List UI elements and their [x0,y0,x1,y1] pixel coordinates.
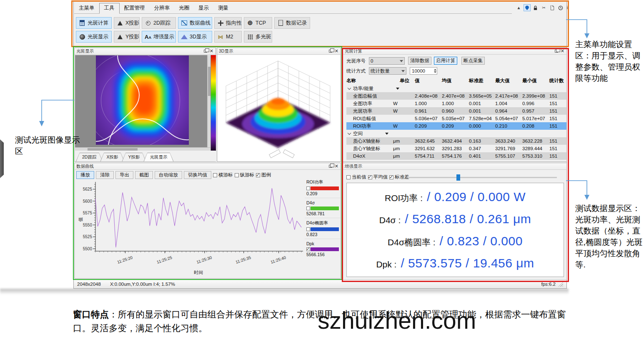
pin-icon[interactable] [524,4,531,11]
series-checkbox[interactable] [306,227,310,231]
time-series-chart[interactable]: 值 时间 55005525555055755600562511:25:2011:… [76,180,304,278]
spot-calc-panel: 光斑计算 ✕ 光斑序号 0 清除数据 启用计算 断点采集 统计方式 统计数量 1… [343,48,567,162]
projection-y-icon [117,33,123,40]
x-projection-button[interactable]: X投影 [114,17,140,29]
snapshot-button[interactable]: 截图 [135,171,153,179]
menu-item-display[interactable]: 显示 [194,3,213,13]
pointing-button[interactable]: 指向性 [214,17,242,29]
data-curve-title: 数据曲线 [76,164,94,169]
document-icon[interactable] [549,4,556,11]
clear-data-button[interactable]: 清除数据 [408,57,431,65]
spot-calc-button[interactable]: 光斑计算 [76,17,112,29]
table-row[interactable]: D4σXμm5754.7115754.1760.4015755.1075753.… [346,152,566,160]
tab-spot-display[interactable]: 光斑显示 [143,153,173,161]
svg-text:5550: 5550 [83,223,93,227]
float-panel-icon[interactable] [329,50,332,53]
series-checkbox[interactable] [306,207,310,210]
close-icon[interactable]: ✕ [335,164,338,169]
display-3d-button[interactable]: 3D显示 [178,31,212,43]
clear-button[interactable]: 清除 [96,171,114,179]
horizontal-scrollbar[interactable] [75,147,210,151]
menu-item-main[interactable]: 主菜单 [74,3,99,13]
data-curve-button[interactable]: 数据曲线 [178,17,212,29]
table-group-row[interactable]: 功率/能量 [346,85,566,92]
sort-indicator-icon [396,88,399,91]
surface-3d-plot[interactable] [218,55,340,161]
menu-item-resolution[interactable]: 分辨率 [150,3,175,13]
tab-y-projection[interactable]: Y投影 [122,153,146,161]
svg-text:5600: 5600 [83,199,93,204]
data-record-button[interactable]: 数据记录 [274,17,310,29]
table-row[interactable]: ROI功率W0.2090.2090.0000.2100.208151 [346,122,566,130]
legend-value: 0.823 [306,232,339,237]
auto-scale-button[interactable]: 自动缩放 [155,171,182,179]
tcp-button[interactable]: ⊕TCP [244,17,272,29]
multispot-button[interactable]: 多光斑 [244,31,272,43]
resize-grip[interactable] [558,282,563,287]
stats-table[interactable]: 功率/能量全图总幅值2.408e+082.407e+083.565e+052.4… [346,85,566,161]
current-value-label: 当前值 [352,174,366,180]
panel-3d: 3D显示 ✕ [217,48,341,162]
close-icon[interactable]: ✕ [335,49,338,53]
float-panel-icon[interactable] [555,50,558,53]
cut-icon[interactable]: ✂ [540,4,547,11]
slider-handle[interactable] [456,174,460,181]
legend-checkbox[interactable] [256,173,260,177]
stat-count-spinner[interactable]: 10000 [410,67,437,75]
legend-name: ROI功率 [306,179,339,185]
calculator-icon [79,20,85,26]
std-value-checkbox[interactable] [389,175,393,179]
mean-value-checkbox[interactable] [368,175,372,179]
float-panel-icon[interactable] [329,165,332,168]
breakpoint-button[interactable]: 断点采集 [461,57,485,65]
table-group-row[interactable]: 空间 [346,130,566,137]
table-row[interactable]: 光斑功率W0.9610.9600.0010.9640.957151 [346,107,566,115]
v-cursor-checkbox[interactable] [235,173,239,177]
current-value-checkbox[interactable] [346,175,351,179]
table-row[interactable]: 质心X轴坐标μm3632.6453632.4940.1633633.240363… [346,137,566,145]
menu-item-config[interactable]: 配置管理 [120,3,150,13]
enable-calc-button[interactable]: 启用计算 [434,57,457,65]
spot-display-button[interactable]: 光斑显示 [76,31,112,43]
track-2d-button[interactable]: 2D跟踪 [142,17,176,29]
table-row[interactable]: 质心Y轴坐标μm3291.6323291.2830.3473291.769328… [346,145,566,152]
info-icon[interactable]: i [565,4,569,11]
table-row[interactable]: ROI总幅值5.036e+075.035e+077.528e+045.054e+… [346,115,566,122]
table-row[interactable]: 全图功率W1.0001.0000.0011.0040.996151 [346,100,566,107]
stat-mode-select[interactable]: 统计数量 [369,67,406,75]
legend-name: Dpk [306,241,339,246]
spot-image-area[interactable] [75,55,216,151]
spinner-arrows-icon[interactable] [434,68,436,74]
chevron-down-icon [348,86,351,90]
spot-seq-select[interactable]: 0 [369,57,405,65]
toggle-mean-button[interactable]: 切换均值 [184,171,211,179]
h-cursor-checkbox[interactable] [213,173,217,177]
collapse-icon[interactable]: ▲ [515,4,522,11]
toolbar-row-2: 光斑显示 Y投影 AA增强显示 3D显示 ⋈M2 多光斑 [76,31,310,43]
watermark: szhuizhen.com [318,307,476,334]
enhanced-display-button[interactable]: AA增强显示 [142,31,176,43]
y-projection-button[interactable]: Y投影 [114,31,140,43]
tab-x-projection[interactable]: X投影 [100,153,124,161]
close-icon[interactable]: ✕ [561,49,564,53]
menu-item-measure[interactable]: 测量 [213,3,233,13]
v-cursor-label: 纵游标 [240,172,255,178]
m2-button[interactable]: ⋈M2 [214,31,242,43]
close-icon[interactable]: ✕ [210,49,213,53]
beam-image[interactable] [96,55,189,145]
float-panel-icon[interactable] [204,50,207,53]
menu-item-aperture[interactable]: 光圈 [174,3,194,13]
readout-line: D4σ :/ 5268.818 / 0.261 μm [351,212,559,226]
lock-icon[interactable] [532,4,539,11]
series-checkbox[interactable] [306,186,310,190]
table-row[interactable]: 全图总幅值2.408e+082.407e+083.565e+052.417e+0… [346,92,566,100]
play-button[interactable]: 播放 [76,171,94,179]
std-value-label: 标准差 [395,174,409,180]
spot-seq-value: 0 [371,58,373,63]
vertical-scrollbar[interactable] [207,55,210,147]
series-checkbox[interactable] [306,247,310,251]
menu-item-tools[interactable]: 工具 [99,3,120,14]
export-button[interactable]: 导出 [115,171,133,179]
history-icon[interactable] [557,4,564,11]
font-size-slider[interactable] [408,177,557,178]
